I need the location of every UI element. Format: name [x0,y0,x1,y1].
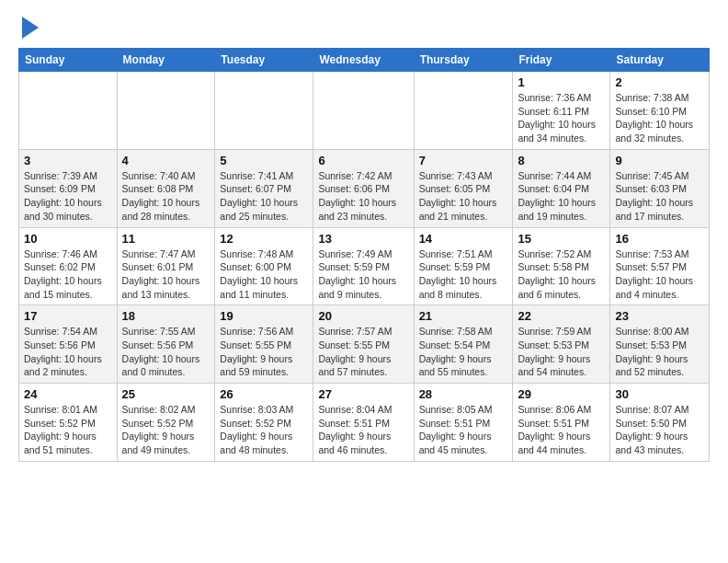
calendar-cell: 25Sunrise: 8:02 AMSunset: 5:52 PMDayligh… [117,384,215,462]
day-number: 22 [518,309,605,323]
day-info: Sunrise: 8:07 AMSunset: 5:50 PMDaylight:… [615,403,704,457]
day-info: Sunrise: 7:58 AMSunset: 5:54 PMDaylight:… [419,325,508,379]
calendar-cell: 9Sunrise: 7:45 AMSunset: 6:03 PMDaylight… [610,149,710,227]
day-info: Sunrise: 7:51 AMSunset: 5:59 PMDaylight:… [419,247,508,302]
calendar-week-2: 10Sunrise: 7:46 AMSunset: 6:02 PMDayligh… [19,227,710,305]
calendar-cell: 2Sunrise: 7:38 AMSunset: 6:10 PMDaylight… [610,72,710,150]
calendar-cell: 17Sunrise: 7:54 AMSunset: 5:56 PMDayligh… [19,305,118,384]
day-number: 12 [220,232,308,246]
day-info: Sunrise: 7:52 AMSunset: 5:58 PMDaylight:… [518,247,605,302]
calendar-cell: 5Sunrise: 7:41 AMSunset: 6:07 PMDaylight… [215,149,313,227]
day-info: Sunrise: 8:01 AMSunset: 5:52 PMDaylight:… [24,403,112,457]
logo [18,15,39,39]
calendar-cell: 20Sunrise: 7:57 AMSunset: 5:55 PMDayligh… [313,305,414,384]
day-number: 10 [24,232,112,246]
calendar-week-1: 3Sunrise: 7:39 AMSunset: 6:09 PMDaylight… [19,149,710,227]
calendar-cell: 3Sunrise: 7:39 AMSunset: 6:09 PMDaylight… [19,149,118,227]
weekday-tuesday: Tuesday [215,49,313,72]
day-info: Sunrise: 7:46 AMSunset: 6:02 PMDaylight:… [24,247,112,302]
day-info: Sunrise: 7:57 AMSunset: 5:55 PMDaylight:… [318,325,408,379]
calendar-cell [414,72,513,150]
calendar-cell: 6Sunrise: 7:42 AMSunset: 6:06 PMDaylight… [313,149,414,227]
calendar-cell: 26Sunrise: 8:03 AMSunset: 5:52 PMDayligh… [215,384,313,462]
day-number: 19 [220,309,308,323]
page: SundayMondayTuesdayWednesdayThursdayFrid… [0,0,728,477]
day-number: 2 [615,75,704,89]
day-number: 15 [518,232,605,246]
day-info: Sunrise: 7:39 AMSunset: 6:09 PMDaylight:… [24,169,112,224]
day-number: 18 [122,309,210,323]
weekday-monday: Monday [117,49,215,72]
logo-arrow-icon [22,17,39,39]
day-number: 29 [518,387,605,401]
day-info: Sunrise: 7:48 AMSunset: 6:00 PMDaylight:… [220,247,308,302]
day-number: 8 [518,154,605,167]
day-info: Sunrise: 8:06 AMSunset: 5:51 PMDaylight:… [518,403,605,457]
calendar-cell [19,72,118,150]
calendar-cell: 4Sunrise: 7:40 AMSunset: 6:08 PMDaylight… [117,149,215,227]
calendar-table: SundayMondayTuesdayWednesdayThursdayFrid… [18,48,710,462]
day-info: Sunrise: 7:36 AMSunset: 6:11 PMDaylight:… [518,91,605,145]
calendar-cell: 28Sunrise: 8:05 AMSunset: 5:51 PMDayligh… [414,384,513,462]
calendar-cell: 18Sunrise: 7:55 AMSunset: 5:56 PMDayligh… [117,305,215,384]
calendar-cell: 1Sunrise: 7:36 AMSunset: 6:11 PMDaylight… [513,72,610,150]
day-number: 11 [122,232,210,246]
day-number: 1 [518,75,605,89]
calendar-cell: 21Sunrise: 7:58 AMSunset: 5:54 PMDayligh… [414,305,513,384]
calendar-cell: 8Sunrise: 7:44 AMSunset: 6:04 PMDaylight… [513,149,610,227]
day-number: 9 [615,154,704,167]
day-info: Sunrise: 7:38 AMSunset: 6:10 PMDaylight:… [615,91,704,145]
calendar-week-0: 1Sunrise: 7:36 AMSunset: 6:11 PMDaylight… [19,72,710,150]
calendar-cell: 19Sunrise: 7:56 AMSunset: 5:55 PMDayligh… [215,305,313,384]
day-number: 28 [419,387,508,401]
calendar-cell: 14Sunrise: 7:51 AMSunset: 5:59 PMDayligh… [414,227,513,305]
day-number: 5 [220,154,308,167]
calendar-cell: 15Sunrise: 7:52 AMSunset: 5:58 PMDayligh… [513,227,610,305]
day-info: Sunrise: 7:44 AMSunset: 6:04 PMDaylight:… [518,169,605,224]
weekday-header-row: SundayMondayTuesdayWednesdayThursdayFrid… [19,49,710,72]
weekday-friday: Friday [513,49,610,72]
day-number: 30 [615,387,704,401]
calendar-cell: 27Sunrise: 8:04 AMSunset: 5:51 PMDayligh… [313,384,414,462]
day-number: 14 [419,232,508,246]
day-info: Sunrise: 7:42 AMSunset: 6:06 PMDaylight:… [318,169,408,224]
day-info: Sunrise: 7:54 AMSunset: 5:56 PMDaylight:… [24,325,112,379]
day-info: Sunrise: 7:40 AMSunset: 6:08 PMDaylight:… [122,169,210,224]
weekday-thursday: Thursday [414,49,513,72]
calendar-cell: 16Sunrise: 7:53 AMSunset: 5:57 PMDayligh… [610,227,710,305]
day-number: 25 [122,387,210,401]
day-info: Sunrise: 7:55 AMSunset: 5:56 PMDaylight:… [122,325,210,379]
day-number: 6 [318,154,408,167]
day-number: 26 [220,387,308,401]
header [18,15,710,39]
day-info: Sunrise: 8:04 AMSunset: 5:51 PMDaylight:… [318,403,408,457]
day-info: Sunrise: 8:05 AMSunset: 5:51 PMDaylight:… [419,403,508,457]
day-number: 13 [318,232,408,246]
calendar-cell: 10Sunrise: 7:46 AMSunset: 6:02 PMDayligh… [19,227,118,305]
calendar-cell: 11Sunrise: 7:47 AMSunset: 6:01 PMDayligh… [117,227,215,305]
day-info: Sunrise: 7:43 AMSunset: 6:05 PMDaylight:… [419,169,508,224]
day-info: Sunrise: 7:45 AMSunset: 6:03 PMDaylight:… [615,169,704,224]
day-number: 4 [122,154,210,167]
day-number: 20 [318,309,408,323]
day-number: 3 [24,154,112,167]
weekday-saturday: Saturday [610,49,710,72]
day-number: 27 [318,387,408,401]
calendar-cell: 24Sunrise: 8:01 AMSunset: 5:52 PMDayligh… [19,384,118,462]
weekday-sunday: Sunday [19,49,118,72]
day-number: 24 [24,387,112,401]
day-info: Sunrise: 7:59 AMSunset: 5:53 PMDaylight:… [518,325,605,379]
day-number: 17 [24,309,112,323]
day-info: Sunrise: 7:53 AMSunset: 5:57 PMDaylight:… [615,247,704,302]
calendar-cell: 12Sunrise: 7:48 AMSunset: 6:00 PMDayligh… [215,227,313,305]
calendar-header: SundayMondayTuesdayWednesdayThursdayFrid… [19,49,710,72]
calendar-week-3: 17Sunrise: 7:54 AMSunset: 5:56 PMDayligh… [19,305,710,384]
day-info: Sunrise: 8:02 AMSunset: 5:52 PMDaylight:… [122,403,210,457]
calendar-cell [117,72,215,150]
day-number: 16 [615,232,704,246]
day-info: Sunrise: 8:00 AMSunset: 5:53 PMDaylight:… [615,325,704,379]
calendar-cell: 13Sunrise: 7:49 AMSunset: 5:59 PMDayligh… [313,227,414,305]
calendar-cell: 30Sunrise: 8:07 AMSunset: 5:50 PMDayligh… [610,384,710,462]
calendar-cell: 7Sunrise: 7:43 AMSunset: 6:05 PMDaylight… [414,149,513,227]
weekday-wednesday: Wednesday [313,49,414,72]
